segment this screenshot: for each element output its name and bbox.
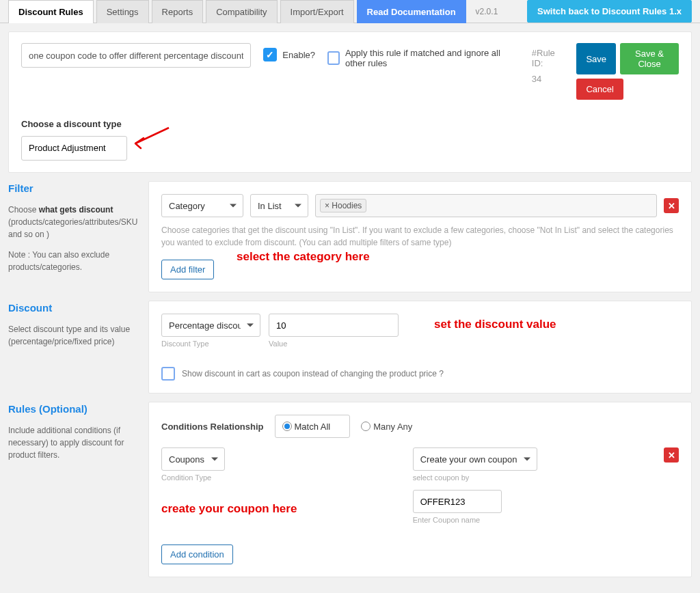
tab-read-documentation[interactable]: Read Documentation xyxy=(357,0,466,23)
show-as-coupon-checkbox[interactable] xyxy=(161,367,175,381)
rule-header-card: Enable? Apply this rule if matched and i… xyxy=(8,31,692,173)
condition-delete-button[interactable]: ✕ xyxy=(664,447,679,463)
filter-tag-input[interactable]: × Hoodies xyxy=(315,194,657,217)
rules-section: Rules (Optional) Include additional cond… xyxy=(8,402,692,577)
condition-type-sublabel: Condition Type xyxy=(161,473,405,482)
filter-delete-button[interactable]: ✕ xyxy=(664,198,679,213)
discount-type-select[interactable] xyxy=(21,136,127,161)
rules-desc: Include additional conditions (if necess… xyxy=(8,424,140,461)
coupon-name-sublabel: Enter Coupon name xyxy=(413,516,656,524)
rule-name-input[interactable] xyxy=(21,43,251,68)
discount-desc: Select discount type and its value (perc… xyxy=(8,323,140,348)
ignore-rules-checkbox[interactable] xyxy=(327,51,340,65)
show-as-coupon-label: Show discount in cart as coupon instead … xyxy=(182,369,444,378)
add-condition-button[interactable]: Add condition xyxy=(161,544,233,564)
discount-type-select2[interactable]: Percentage discount xyxy=(161,314,260,337)
discount-title: Discount xyxy=(8,301,140,316)
discount-section: Discount Select discount type and its va… xyxy=(8,301,692,394)
rules-title: Rules (Optional) xyxy=(8,402,140,417)
radio-match-any[interactable]: Many Any xyxy=(361,422,412,432)
discount-value-sublabel: Value xyxy=(269,340,399,348)
save-close-button[interactable]: Save & Close xyxy=(620,43,679,74)
tab-import-export[interactable]: Import/Export xyxy=(280,0,354,23)
discount-type-label: Choose a discount type xyxy=(21,119,679,129)
condition-type-select[interactable]: Coupons xyxy=(161,447,225,471)
rule-id-label: #Rule ID: xyxy=(532,48,565,68)
filter-tag-hoodies[interactable]: × Hoodies xyxy=(320,199,366,212)
enable-label: Enable? xyxy=(282,50,315,60)
filter-section: Filter Choose what gets discount (produc… xyxy=(8,181,692,292)
filter-type-select[interactable]: Category xyxy=(161,194,243,217)
add-filter-button[interactable]: Add filter xyxy=(161,260,214,279)
coupon-method-select[interactable]: Create your own coupon xyxy=(413,447,537,471)
enable-checkbox[interactable] xyxy=(263,48,277,61)
save-button[interactable]: Save xyxy=(576,43,616,74)
radio-match-all[interactable]: Match All xyxy=(275,415,351,438)
filter-condition-select[interactable]: In List xyxy=(250,194,308,217)
conditions-relationship-label: Conditions Relationship xyxy=(161,422,264,432)
filter-note: Note : You can also exclude products/cat… xyxy=(8,249,140,273)
rule-id-value: 34 xyxy=(532,74,565,84)
tab-settings[interactable]: Settings xyxy=(96,0,149,23)
discount-value-input[interactable] xyxy=(269,314,399,337)
tab-reports[interactable]: Reports xyxy=(152,0,204,23)
version-label: v2.0.1 xyxy=(476,7,498,16)
filter-title: Filter xyxy=(8,181,140,197)
filter-helper: Choose categories that get the discount … xyxy=(161,224,679,249)
cancel-button[interactable]: Cancel xyxy=(576,79,623,100)
arrow-icon xyxy=(133,135,174,161)
ignore-rules-label: Apply this rule if matched and ignore al… xyxy=(345,48,520,68)
coupon-by-sublabel: select coupon by xyxy=(413,473,656,482)
tab-discount-rules[interactable]: Discount Rules xyxy=(8,0,94,23)
switch-back-button[interactable]: Switch back to Discount Rules 1.x xyxy=(527,0,692,23)
annotation-discount: set the discount value xyxy=(434,318,556,331)
discount-type-sublabel: Discount Type xyxy=(161,340,260,348)
annotation-rules: create your coupon here xyxy=(161,502,297,515)
tab-compatibility[interactable]: Compatibility xyxy=(206,0,277,23)
tab-bar: Discount Rules Settings Reports Compatib… xyxy=(0,0,700,23)
annotation-filter: select the category here xyxy=(237,250,370,264)
